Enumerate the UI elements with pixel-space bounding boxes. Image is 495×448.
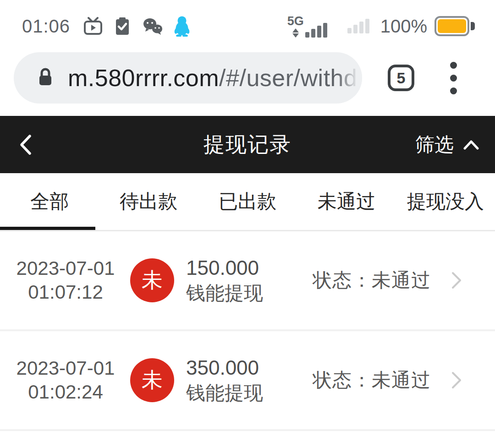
tab-switcher-button[interactable]: 5 bbox=[388, 65, 414, 91]
record-amount-block: 150.000 钱能提现 bbox=[186, 255, 263, 306]
record-method: 钱能提现 bbox=[186, 280, 263, 306]
download-arrow-icon bbox=[292, 33, 299, 38]
filter-tabs: 全部 待出款 已出款 未通过 提现没入 bbox=[0, 173, 495, 231]
wechat-icon bbox=[142, 16, 164, 36]
tab-all[interactable]: 全部 bbox=[0, 173, 99, 230]
url-domain: m.580rrrr.com bbox=[68, 65, 219, 91]
record-date: 2023-07-01 bbox=[14, 257, 117, 280]
record-method: 钱能提现 bbox=[186, 380, 263, 405]
record-status: 状态：未通过 bbox=[313, 268, 431, 293]
record-row[interactable]: 2023-07-01 01:07:12 未 150.000 钱能提现 状态：未通… bbox=[0, 231, 495, 329]
lock-icon[interactable] bbox=[37, 67, 54, 89]
clock: 01:06 bbox=[22, 16, 70, 37]
clipboard-check-icon bbox=[112, 16, 132, 36]
qq-icon bbox=[173, 16, 191, 37]
record-amount: 150.000 bbox=[186, 255, 263, 280]
record-datetime: 2023-07-01 01:07:12 bbox=[14, 257, 117, 304]
status-badge: 未 bbox=[130, 258, 174, 302]
filter-label: 筛选 bbox=[415, 132, 454, 158]
record-row[interactable]: 2023-07-01 01:02:24 未 350.000 钱能提现 状态：未通… bbox=[0, 331, 495, 429]
battery-icon bbox=[434, 16, 475, 36]
record-amount: 350.000 bbox=[186, 355, 263, 380]
status-badge: 未 bbox=[130, 358, 174, 402]
url-path: /#/user/withd bbox=[219, 65, 357, 91]
filter-button[interactable]: 筛选 bbox=[415, 132, 479, 158]
row-divider bbox=[0, 429, 495, 431]
battery-percent-label: 100% bbox=[380, 16, 427, 37]
withdrawal-record-list: 2023-07-01 01:07:12 未 150.000 钱能提现 状态：未通… bbox=[0, 231, 495, 431]
back-button[interactable] bbox=[16, 132, 36, 158]
tab-rejected[interactable]: 未通过 bbox=[297, 173, 396, 230]
tab-not-credited[interactable]: 提现没入 bbox=[396, 173, 495, 230]
tab-paid-out[interactable]: 已出款 bbox=[198, 173, 297, 230]
record-status: 状态：未通过 bbox=[313, 367, 431, 393]
record-datetime: 2023-07-01 01:02:24 bbox=[14, 356, 117, 404]
record-time: 01:02:24 bbox=[14, 380, 117, 404]
chevron-up-icon bbox=[463, 139, 479, 150]
browser-toolbar: m.580rrrr.com/#/user/withd 5 bbox=[0, 46, 495, 110]
tab-pending-payout[interactable]: 待出款 bbox=[99, 173, 198, 230]
chevron-left-icon bbox=[16, 132, 36, 158]
signal-bars-sim1 bbox=[305, 23, 327, 38]
network-type-label: 5G bbox=[287, 15, 304, 27]
record-time: 01:07:12 bbox=[14, 280, 117, 304]
url-text[interactable]: m.580rrrr.com/#/user/withd bbox=[68, 64, 357, 92]
signal-bars-sim2 bbox=[347, 19, 369, 33]
address-bar[interactable]: m.580rrrr.com/#/user/withd bbox=[14, 52, 362, 104]
page-title: 提现记录 bbox=[204, 131, 292, 159]
page-header: 提现记录 筛选 bbox=[0, 116, 495, 173]
notification-icons bbox=[83, 16, 191, 37]
status-right-cluster: 5G 100% bbox=[287, 15, 475, 38]
browser-menu-button[interactable] bbox=[447, 59, 460, 97]
record-amount-block: 350.000 钱能提现 bbox=[186, 355, 263, 405]
tv-icon bbox=[83, 16, 103, 36]
chevron-right-icon bbox=[450, 269, 463, 291]
upload-arrow-icon bbox=[292, 28, 299, 33]
record-date: 2023-07-01 bbox=[14, 356, 117, 380]
chevron-right-icon bbox=[450, 369, 463, 391]
cellular-signal: 5G bbox=[287, 15, 327, 38]
status-bar: 01:06 bbox=[0, 0, 495, 46]
